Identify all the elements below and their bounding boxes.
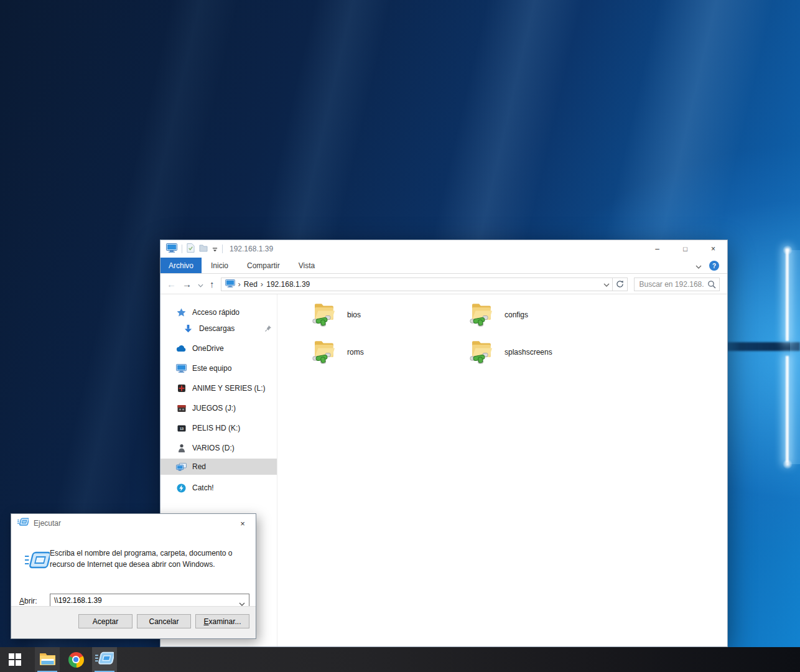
window-controls: – □ × — [643, 240, 727, 258]
search-input[interactable]: Buscar en 192.168... — [634, 278, 720, 291]
properties-icon[interactable] — [187, 243, 195, 255]
ribbon-right-controls: ? — [695, 258, 727, 274]
folder-tile-splashscreens[interactable]: splashscreens — [470, 338, 622, 366]
folder-tile-roms[interactable]: roms — [312, 338, 465, 366]
sidebar-item-varios[interactable]: VARIOS (D:) — [160, 440, 277, 456]
run-dialog-body: Escriba el nombre del programa, carpeta,… — [11, 533, 256, 607]
browse-mnemonic: E — [203, 617, 208, 626]
sidebar-item-label: VARIOS (D:) — [192, 444, 235, 452]
navigation-bar: ← → ↑ › Red › 192.168.1.39 — [160, 274, 727, 294]
sidebar-item-label: Este equipo — [192, 364, 231, 373]
pin-icon[interactable] — [264, 325, 272, 334]
recent-locations-icon[interactable] — [198, 279, 203, 290]
back-icon[interactable]: ← — [167, 279, 176, 289]
this-pc-icon — [176, 364, 187, 373]
sidebar-item-descargas[interactable]: Descargas — [160, 320, 277, 337]
new-folder-icon[interactable] — [199, 243, 208, 254]
taskbar-file-explorer[interactable] — [35, 647, 60, 672]
accept-button[interactable]: Aceptar — [78, 614, 133, 628]
taskbar-run[interactable] — [92, 647, 117, 672]
address-dropdown-icon[interactable] — [603, 280, 610, 289]
desktop: 192.168.1.39 – □ × Archivo Inicio Compar… — [0, 0, 800, 672]
minimize-button[interactable]: – — [643, 240, 671, 258]
drive-pelis-icon: 13 — [176, 425, 187, 432]
svg-text:13: 13 — [179, 426, 183, 430]
network-icon — [176, 463, 187, 471]
sidebar-item-juegos[interactable]: JUEGOS (J:) — [160, 400, 277, 416]
close-button[interactable]: × — [699, 240, 727, 258]
folder-name: bios — [347, 310, 361, 319]
windows-logo-icon — [9, 653, 21, 666]
run-icon — [25, 551, 50, 572]
maximize-button[interactable]: □ — [671, 240, 699, 258]
explorer-titlebar[interactable]: 192.168.1.39 – □ × — [160, 240, 727, 258]
sidebar-item-label: JUEGOS (J:) — [192, 404, 236, 413]
sidebar-item-anime-y-series[interactable]: ANIME Y SERIES (L:) — [160, 380, 277, 396]
wallpaper-logo-edge — [786, 249, 789, 341]
open-combobox[interactable]: \\192.168.1.39 — [50, 594, 249, 607]
ribbon-collapse-icon[interactable] — [695, 260, 702, 271]
refresh-icon[interactable] — [613, 278, 628, 291]
catch-bolt-icon — [176, 483, 187, 493]
onedrive-cloud-icon — [176, 345, 187, 352]
shared-folder-icon — [470, 338, 497, 366]
folder-tile-bios[interactable]: bios — [312, 301, 465, 329]
taskbar — [0, 647, 800, 672]
breadcrumb-red[interactable]: Red — [244, 280, 258, 289]
search-icon[interactable] — [707, 280, 716, 291]
quick-access-toolbar: 192.168.1.39 — [160, 243, 273, 255]
close-icon[interactable]: × — [230, 514, 256, 533]
toolbar-separator — [222, 245, 223, 253]
browse-button[interactable]: Examinar... — [195, 614, 249, 628]
tab-archivo[interactable]: Archivo — [160, 258, 202, 273]
taskbar-chrome[interactable] — [63, 647, 88, 672]
computer-icon — [166, 243, 177, 255]
up-icon[interactable]: ↑ — [210, 279, 215, 289]
location-computer-icon — [225, 279, 235, 289]
run-dialog-title: Ejecutar — [34, 519, 61, 528]
sidebar-item-red[interactable]: Red — [160, 459, 277, 475]
shared-folder-icon — [470, 301, 497, 329]
wallpaper-logo-pane — [790, 250, 800, 464]
chrome-icon — [68, 652, 84, 668]
ribbon-tabs: Archivo Inicio Compartir Vista — [160, 258, 727, 274]
window-title: 192.168.1.39 — [230, 245, 273, 253]
taskbar-gap — [30, 647, 35, 672]
run-dialog-titlebar[interactable]: Ejecutar × — [11, 514, 256, 533]
forward-icon[interactable]: → — [182, 279, 192, 289]
toolbar-separator — [182, 245, 182, 253]
folder-view[interactable]: bios configs roms — [277, 294, 727, 646]
tab-vista[interactable]: Vista — [289, 258, 324, 273]
sidebar-item-pelis-hd[interactable]: 13 PELIS HD (K:) — [160, 420, 277, 436]
sidebar-item-este-equipo[interactable]: Este equipo — [160, 360, 277, 376]
breadcrumb-current[interactable]: 192.168.1.39 — [266, 280, 310, 289]
folder-tile-configs[interactable]: configs — [470, 301, 622, 329]
tab-inicio[interactable]: Inicio — [202, 258, 238, 273]
sidebar-item-label: Acceso rápido — [192, 308, 240, 317]
drive-juegos-icon — [176, 404, 187, 413]
file-explorer-icon — [39, 651, 56, 668]
qat-customize-icon[interactable] — [212, 243, 218, 254]
search-placeholder: Buscar en 192.168... — [640, 280, 704, 289]
sidebar-item-label: Catch! — [192, 483, 214, 492]
run-dialog: Ejecutar × Escriba el nombre del program… — [11, 513, 256, 639]
browse-rest: xaminar... — [208, 617, 241, 626]
tab-compartir[interactable]: Compartir — [238, 258, 289, 273]
start-button[interactable] — [0, 647, 30, 672]
sidebar-item-catch[interactable]: Catch! — [160, 480, 277, 496]
help-icon[interactable]: ? — [709, 261, 719, 271]
folder-name: splashscreens — [505, 348, 552, 357]
sidebar-item-label: OneDrive — [192, 344, 224, 353]
sidebar-item-onedrive[interactable]: OneDrive — [160, 340, 277, 357]
sidebar-item-label: Red — [192, 462, 206, 471]
breadcrumb-separator-icon: › — [238, 279, 241, 289]
sidebar-item-label: ANIME Y SERIES (L:) — [192, 384, 266, 393]
sidebar-item-acceso-rapido[interactable]: Acceso rápido — [160, 304, 277, 320]
open-label: Abrir: — [19, 597, 37, 605]
open-value: \\192.168.1.39 — [54, 596, 102, 605]
sidebar-item-label: PELIS HD (K:) — [192, 424, 240, 432]
address-bar[interactable]: › Red › 192.168.1.39 — [221, 278, 613, 291]
run-dialog-footer: Aceptar Cancelar Examinar... — [11, 606, 256, 638]
cancel-button[interactable]: Cancelar — [137, 614, 191, 628]
folder-name: configs — [505, 310, 528, 319]
